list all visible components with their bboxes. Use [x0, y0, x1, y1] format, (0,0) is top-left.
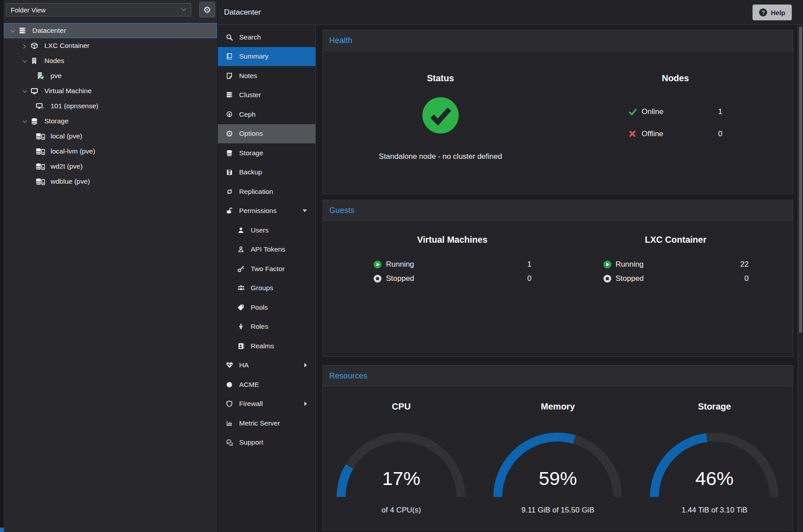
nodes-status-column: Nodes Online 1 Offline 0	[558, 51, 793, 161]
nodes-offline-label: Offline	[642, 130, 663, 138]
content-header: Datacenter ? Help	[218, 0, 803, 25]
tree-expander[interactable]	[20, 59, 28, 63]
storage-drive-icon	[35, 178, 46, 185]
lxc-running-row: Running 22	[603, 259, 749, 270]
book-icon	[225, 53, 234, 60]
tree-item-label: local (pve)	[51, 132, 83, 140]
nav-item-label: Search	[239, 33, 261, 41]
nav-item-permissions[interactable]: Permissions	[218, 201, 315, 221]
tree-expander[interactable]	[20, 44, 28, 47]
nav-item-label: Users	[251, 226, 268, 234]
lxc-stopped-value: 0	[744, 274, 748, 283]
nodes-offline-value: 0	[718, 130, 722, 138]
vm-stopped-value: 0	[527, 274, 531, 283]
view-mode-select[interactable]: Folder View	[6, 3, 191, 16]
nav-item-ha[interactable]: HA	[218, 356, 315, 375]
nav-item-support[interactable]: Support	[218, 433, 315, 453]
nav-item-acme[interactable]: ACME	[218, 375, 315, 394]
bar-chart-icon	[225, 420, 234, 427]
comments-icon	[225, 439, 234, 446]
tree-item-storage-local-lvm[interactable]: local-lvm (pve)	[4, 144, 217, 159]
tree-item-nodes[interactable]: Nodes	[4, 53, 217, 68]
database-icon	[28, 118, 40, 125]
tree-expander[interactable]	[8, 29, 16, 32]
nav-item-replication[interactable]: Replication	[218, 182, 315, 201]
tree-item-storage[interactable]: Storage	[4, 114, 217, 129]
nav-item-pools[interactable]: Pools	[218, 298, 315, 317]
nav-item-label: Pools	[251, 303, 268, 311]
nav-item-backup[interactable]: Backup	[218, 163, 315, 182]
caret-collapsed-icon[interactable]	[304, 402, 307, 406]
nav-item-roles[interactable]: Roles	[218, 317, 315, 337]
lxc-container-column: LXC Container Running 22 Stopped 0	[558, 221, 793, 284]
nodes-title: Nodes	[662, 73, 689, 84]
resources-panel-title: Resources	[323, 366, 793, 386]
tree-item-label: LXC Container	[44, 42, 90, 50]
nodes-online-row: Online 1	[628, 106, 722, 118]
nav-item-two-factor[interactable]: Two Factor	[218, 259, 315, 279]
health-panel-title: Health	[323, 30, 793, 51]
tree-item-vm-101[interactable]: 101 (opnsense)	[4, 99, 217, 114]
tree-item-virtual-machine[interactable]: Virtual Machine	[4, 83, 217, 99]
nav-item-users[interactable]: Users	[218, 221, 315, 240]
nav-item-label: API Tokens	[251, 245, 285, 253]
guests-panel-title: Guests	[323, 200, 793, 221]
tree-item-lxc-container[interactable]: LXC Container	[4, 38, 217, 53]
stop-circle-icon	[373, 274, 382, 283]
check-icon	[628, 107, 638, 117]
tree-item-label: 101 (opnsense)	[51, 102, 98, 110]
tree-expander[interactable]	[20, 90, 28, 93]
shield-icon	[225, 400, 234, 407]
vertical-scrollbar[interactable]	[798, 25, 803, 532]
tree-item-storage-wdblue[interactable]: wdblue (pve)	[4, 174, 217, 189]
nav-item-summary[interactable]: Summary	[218, 47, 315, 67]
tree-item-pve[interactable]: pve	[4, 68, 217, 83]
tree-item-storage-wd2t[interactable]: wd2t (pve)	[4, 159, 217, 174]
play-circle-icon	[373, 260, 382, 269]
tree-item-storage-local[interactable]: local (pve)	[4, 129, 217, 144]
caret-expanded-icon	[22, 88, 27, 93]
nav-item-storage[interactable]: Storage	[218, 143, 315, 163]
nav-item-label: Support	[239, 438, 263, 446]
vm-stopped-row: Stopped 0	[373, 273, 531, 284]
storage-drive-icon	[35, 133, 46, 140]
page-title: Datacenter	[224, 0, 261, 24]
nav-item-api-tokens[interactable]: API Tokens	[218, 240, 315, 260]
nav-item-label: HA	[239, 361, 249, 369]
nav-item-firewall[interactable]: Firewall	[218, 394, 315, 414]
vm-title: Virtual Machines	[417, 235, 488, 245]
tree-item-datacenter[interactable]: Datacenter	[4, 23, 217, 38]
nav-item-metric-server[interactable]: Metric Server	[218, 414, 315, 433]
user-outline-icon	[236, 246, 245, 253]
gear-icon: ⚙	[203, 5, 211, 14]
nav-item-realms[interactable]: Realms	[218, 336, 315, 356]
nav-item-notes[interactable]: Notes	[218, 66, 315, 86]
scrollbar-thumb[interactable]	[799, 27, 802, 333]
caret-collapsed-icon[interactable]	[304, 363, 307, 367]
server-icon	[225, 91, 234, 99]
storage-gauge: Storage 46% 1.44 TiB of 3.10 TiB	[636, 386, 793, 515]
nodes-online-value: 1	[718, 107, 722, 116]
help-button[interactable]: ? Help	[752, 4, 792, 20]
seal-icon	[225, 381, 234, 388]
user-icon	[236, 227, 245, 234]
server-icon	[16, 27, 28, 35]
nav-item-label: Ceph	[239, 110, 256, 118]
nav-item-cluster[interactable]: Cluster	[218, 86, 315, 105]
summary-content: Health Status Standalone node - no clust…	[316, 25, 798, 532]
health-panel: Health Status Standalone node - no clust…	[323, 30, 793, 194]
note-icon	[225, 72, 234, 79]
tree-settings-button[interactable]: ⚙	[199, 2, 215, 17]
nav-item-label: ACME	[239, 381, 259, 389]
tree-item-label: Storage	[44, 117, 68, 125]
nav-item-label: Replication	[239, 188, 273, 196]
cpu-gauge-arc	[335, 430, 468, 501]
nav-item-search[interactable]: Search	[218, 28, 315, 47]
lxc-stopped-row: Stopped 0	[603, 273, 749, 284]
nav-item-options[interactable]: ⚙ Options	[218, 124, 315, 144]
tree-expander[interactable]	[20, 120, 28, 123]
nav-item-groups[interactable]: Groups	[218, 279, 315, 298]
status-message: Standalone node - no cluster defined	[379, 152, 502, 161]
caret-expanded-icon[interactable]	[303, 209, 307, 212]
nav-item-ceph[interactable]: Ceph	[218, 105, 315, 124]
